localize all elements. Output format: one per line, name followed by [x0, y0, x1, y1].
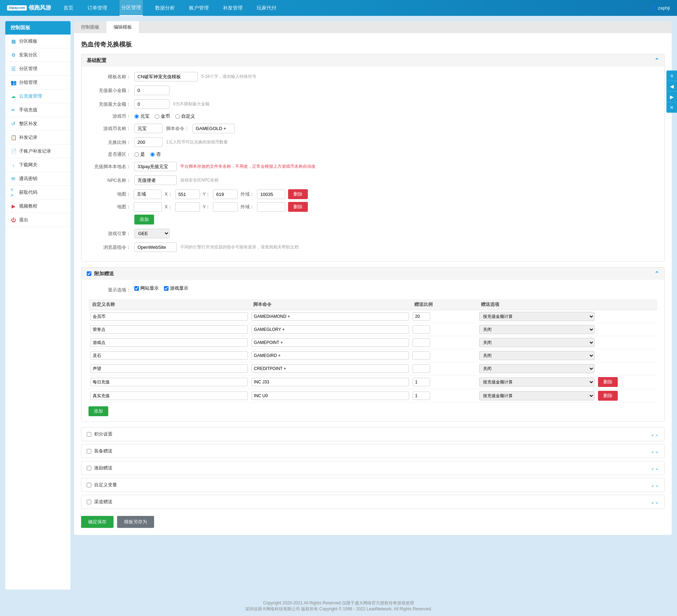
gift-name-input-0[interactable] — [90, 312, 248, 321]
sidebar-item-8[interactable]: 📄 子账户补发记录 — [5, 144, 71, 158]
collapse-header-2[interactable]: 激励赠送 ⌄⌄ — [81, 461, 664, 475]
coin-name-input[interactable] — [134, 124, 163, 133]
gift-cmd-input-1[interactable] — [251, 325, 409, 334]
collapse-header-0[interactable]: 积分设置 ⌄⌄ — [81, 427, 664, 441]
delete-map-2[interactable]: 删除 — [288, 202, 308, 212]
right-bar-item-3[interactable]: ▶ — [666, 92, 677, 102]
gift-cmd-input-4[interactable] — [251, 364, 409, 373]
collapse-header-1[interactable]: 装备赠送 ⌄⌄ — [81, 444, 664, 458]
sidebar-item-1[interactable]: ⚙ 安装分区 — [5, 48, 71, 62]
map-name-1[interactable] — [134, 190, 162, 199]
gift-ratio-input-2[interactable] — [413, 338, 430, 347]
nav-item-账户管理[interactable]: 账户管理 — [187, 0, 211, 16]
save-as-button[interactable]: 模板另存为 — [117, 516, 154, 528]
template-name-input[interactable] — [134, 72, 198, 81]
script-name-input[interactable] — [134, 162, 177, 171]
delete-gift-6[interactable]: 删除 — [598, 391, 618, 401]
engine-select[interactable]: GEE MIR — [134, 229, 170, 238]
sidebar-item-10[interactable]: ✉ 通讯密钥 — [5, 172, 71, 186]
breadcrumb-tab-1[interactable]: 编辑模板 — [106, 21, 139, 33]
collapse-checkbox-3[interactable] — [87, 483, 91, 487]
collapse-header-4[interactable]: 渠道赠送 ⌄⌄ — [81, 495, 664, 509]
gift-option-select-6[interactable]: 按充值金额计算关闭固定赠送 — [479, 391, 594, 400]
gift-name-input-4[interactable] — [90, 364, 248, 373]
breadcrumb-tab-0[interactable]: 控制面板 — [74, 21, 106, 33]
gift-cmd-input-3[interactable] — [251, 351, 409, 360]
gift-ratio-input-6[interactable] — [413, 392, 430, 400]
y-input-2[interactable] — [213, 202, 238, 212]
x-input-1[interactable] — [175, 190, 200, 199]
add-map-button[interactable]: 添加 — [134, 215, 154, 224]
outer-input-1[interactable] — [257, 190, 285, 199]
collapse-checkbox-0[interactable] — [87, 432, 91, 437]
nav-item-订单管理[interactable]: 订单管理 — [86, 0, 109, 16]
radio-yuanbao[interactable]: 元宝 — [134, 113, 150, 119]
nav-item-首页[interactable]: 首页 — [62, 0, 75, 16]
sidebar-item-2[interactable]: ☰ 分区管理 — [5, 62, 71, 76]
sidebar-item-4[interactable]: ☁ 云充值管理 — [5, 90, 71, 103]
gift-ratio-input-4[interactable] — [413, 364, 430, 373]
gift-option-select-5[interactable]: 按充值金额计算关闭固定赠送 — [479, 377, 594, 387]
sidebar-item-6[interactable]: ↺ 整区补发 — [5, 117, 71, 131]
gift-cmd-input-6[interactable] — [251, 392, 409, 400]
outer-input-2[interactable] — [257, 202, 285, 212]
gift-option-select-3[interactable]: 按充值金额计算关闭固定赠送 — [479, 351, 594, 360]
gift-config-header[interactable]: 附加赠送 ⌃ — [81, 267, 664, 280]
web-display-option[interactable]: 网站显示 — [134, 285, 159, 291]
sidebar-item-12[interactable]: ▶ 视频教程 — [5, 199, 71, 213]
gift-cmd-input-2[interactable] — [251, 338, 409, 347]
right-bar-item-2[interactable]: ◀ — [666, 81, 677, 92]
nav-user[interactable]: 👤 zaphji — [651, 5, 670, 11]
gift-option-select-1[interactable]: 按充值金额计算关闭固定赠送 — [479, 325, 594, 334]
min-amount-input[interactable] — [134, 86, 170, 95]
nav-item-分区管理[interactable]: 分区管理 — [120, 0, 143, 16]
gift-name-input-5[interactable] — [90, 378, 248, 386]
basic-config-header[interactable]: 基础配置 ⌃ — [81, 54, 664, 67]
radio-no[interactable]: 否 — [150, 151, 161, 158]
gift-ratio-input-3[interactable] — [413, 351, 430, 360]
x-input-2[interactable] — [175, 202, 200, 212]
right-bar-item-1[interactable]: ≡ — [666, 70, 677, 81]
add-gift-button[interactable]: 添加 — [89, 406, 108, 416]
collapse-checkbox-1[interactable] — [87, 449, 91, 454]
gift-option-select-0[interactable]: 按充值金额计算关闭固定赠送 — [479, 312, 594, 321]
nav-item-数据分析[interactable]: 数据分析 — [153, 0, 177, 16]
game-display-option[interactable]: 游戏显示 — [164, 285, 188, 291]
gift-name-input-2[interactable] — [90, 338, 248, 347]
delete-gift-5[interactable]: 删除 — [598, 377, 618, 387]
browser-cmd-input[interactable] — [134, 242, 177, 252]
radio-custom[interactable]: 自定义 — [175, 113, 195, 119]
nav-item-补发管理[interactable]: 补发管理 — [221, 0, 244, 16]
right-bar-item-4[interactable]: ✕ — [666, 102, 677, 113]
sidebar-item-0[interactable]: ▦ 分区模板 — [5, 35, 71, 48]
collapse-header-3[interactable]: 自定义变量 ⌄⌄ — [81, 478, 664, 492]
gift-option-select-4[interactable]: 按充值金额计算关闭固定赠送 — [479, 364, 594, 373]
save-button[interactable]: 确定保存 — [81, 516, 114, 528]
npc-name-input[interactable] — [134, 175, 177, 185]
gift-ratio-input-1[interactable] — [413, 325, 430, 334]
gift-name-input-1[interactable] — [90, 325, 248, 334]
sidebar-item-13[interactable]: ⏻ 退出 — [5, 213, 71, 227]
script-cmd-input[interactable] — [193, 124, 235, 133]
gift-section-checkbox[interactable] — [87, 271, 91, 276]
max-amount-input[interactable] — [134, 99, 170, 109]
sidebar-item-5[interactable]: ✏ 手动充值 — [5, 103, 71, 117]
gift-ratio-input-5[interactable] — [413, 378, 430, 386]
gift-name-input-3[interactable] — [90, 351, 248, 360]
y-input-1[interactable] — [213, 190, 238, 199]
gift-ratio-input-0[interactable] — [413, 312, 430, 321]
gift-name-input-6[interactable] — [90, 392, 248, 400]
exchange-rate-input[interactable] — [134, 137, 163, 147]
gift-cmd-input-0[interactable] — [251, 312, 409, 321]
gift-option-select-2[interactable]: 按充值金额计算关闭固定赠送 — [479, 338, 594, 347]
collapse-checkbox-2[interactable] — [87, 466, 91, 470]
sidebar-item-11[interactable]: < > 获取代码 — [5, 186, 71, 199]
map-name-2[interactable] — [134, 202, 162, 212]
gift-cmd-input-5[interactable] — [251, 378, 409, 386]
sidebar-item-9[interactable]: ↓ 下载网关 — [5, 158, 71, 172]
nav-item-玩家代付[interactable]: 玩家代付 — [255, 0, 278, 16]
radio-jinbi[interactable]: 金币 — [155, 113, 170, 119]
radio-yes[interactable]: 是 — [134, 151, 145, 158]
delete-map-1[interactable]: 删除 — [288, 189, 308, 199]
collapse-checkbox-4[interactable] — [87, 500, 91, 504]
